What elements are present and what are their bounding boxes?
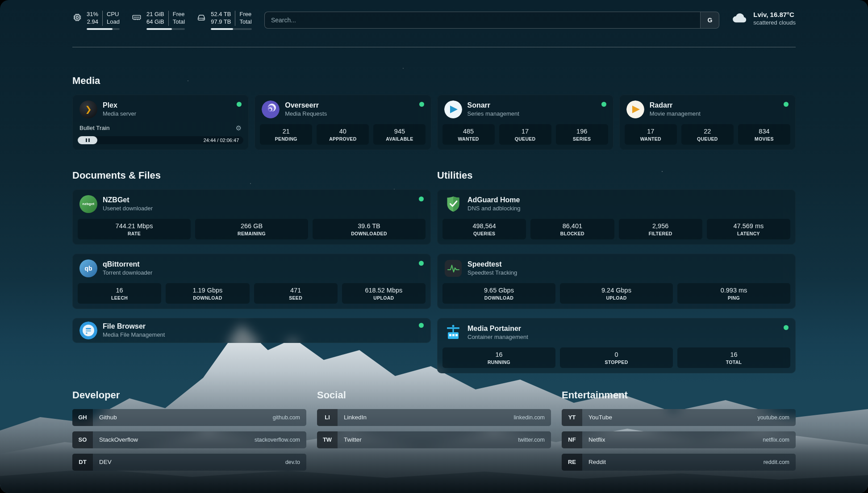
bookmark-stackoverflow[interactable]: SO StackOverflow stackoverflow.com bbox=[72, 431, 306, 448]
memory-free-value: 21 GiB bbox=[146, 11, 164, 18]
bookmark-dev[interactable]: DT DEV dev.to bbox=[72, 454, 306, 471]
status-indicator bbox=[419, 196, 424, 201]
cpu-usage-value: 31% bbox=[87, 11, 98, 18]
memory-progress-fill bbox=[146, 28, 172, 30]
service-name: qBittorrent bbox=[103, 260, 152, 268]
system-stats: 31% 2.94 CPU Load bbox=[72, 11, 252, 30]
search-provider-button[interactable]: G bbox=[700, 12, 719, 28]
radarr-stat-wanted: 17 WANTED bbox=[625, 124, 677, 145]
disk-progress-bar bbox=[211, 28, 252, 30]
bookmark-name: DEV bbox=[93, 459, 112, 465]
radarr-stat-movies: 834 MOVIES bbox=[738, 124, 790, 145]
sonarr-stat-queued: 17 QUEUED bbox=[499, 124, 551, 145]
bookmark-domain: reddit.com bbox=[764, 459, 796, 465]
service-card-sonarr[interactable]: Sonarr Series management 485 WANTED 17 Q… bbox=[437, 95, 613, 150]
pause-button[interactable] bbox=[78, 136, 97, 144]
status-indicator bbox=[419, 323, 424, 328]
bookmark-group-developer: Developer GH Github github.com SO StackO… bbox=[72, 389, 306, 476]
bookmark-name: StackOverflow bbox=[93, 436, 138, 443]
bookmark-twitter[interactable]: TW Twitter twitter.com bbox=[317, 431, 551, 448]
bookmark-reddit[interactable]: RE Reddit reddit.com bbox=[562, 454, 796, 471]
topbar: 31% 2.94 CPU Load bbox=[72, 0, 796, 30]
bookmark-name: Reddit bbox=[582, 459, 606, 465]
service-card-radarr[interactable]: Radarr Movie management 17 WANTED 22 QUE… bbox=[619, 95, 796, 150]
bookmark-abbr: LI bbox=[317, 409, 338, 426]
overseerr-stat-approved: 40 APPROVED bbox=[317, 124, 369, 145]
service-card-portainer[interactable]: Media Portainer Container management 16 … bbox=[437, 318, 796, 373]
service-card-plex[interactable]: ❯ Plex Media server Bullet Train ⚙ 24:44 bbox=[72, 95, 249, 150]
memory-progress-bar bbox=[146, 28, 185, 30]
service-card-speedtest[interactable]: Speedtest Speedtest Tracking 9.65 Gbps D… bbox=[437, 254, 796, 309]
gear-icon[interactable]: ⚙ bbox=[236, 124, 242, 132]
service-subtitle: Media server bbox=[103, 110, 136, 117]
sonarr-stat-series: 196 SERIES bbox=[556, 124, 608, 145]
status-indicator bbox=[601, 102, 606, 107]
service-card-qbittorrent[interactable]: qb qBittorrent Torrent downloader 16 LEE… bbox=[72, 254, 431, 309]
adguard-stat-latency: 47.569 ms LATENCY bbox=[707, 219, 790, 239]
bookmark-domain: twitter.com bbox=[518, 437, 551, 443]
media-section-title: Media bbox=[72, 75, 796, 87]
bookmark-abbr: GH bbox=[72, 409, 93, 426]
search-input[interactable] bbox=[265, 12, 700, 28]
adguard-stat-filtered: 2,956 FILTERED bbox=[619, 219, 702, 239]
service-subtitle: Speedtest Tracking bbox=[467, 269, 517, 276]
plex-icon: ❯ bbox=[79, 100, 97, 118]
bookmark-domain: youtube.com bbox=[757, 414, 796, 421]
social-section-title: Social bbox=[317, 389, 551, 401]
adguard-stat-blocked: 86,401 BLOCKED bbox=[530, 219, 614, 239]
bookmark-name: YouTube bbox=[582, 414, 612, 421]
bookmark-netflix[interactable]: NF Netflix netflix.com bbox=[562, 431, 796, 448]
cpu-label: CPU bbox=[107, 11, 120, 18]
weather-widget: Lviv, 16.87°C scattered clouds bbox=[732, 11, 796, 26]
status-indicator bbox=[419, 261, 424, 266]
qbittorrent-stat-upload: 618.52 Mbps UPLOAD bbox=[342, 283, 426, 304]
bookmark-name: Github bbox=[93, 414, 117, 421]
disk-icon bbox=[196, 13, 206, 30]
service-card-filebrowser[interactable]: File Browser Media File Management bbox=[72, 318, 431, 343]
service-subtitle: Container management bbox=[467, 334, 528, 340]
qbittorrent-stat-leech: 16 LEECH bbox=[78, 283, 161, 304]
weather-location: Lviv, 16.87°C bbox=[753, 11, 796, 18]
entertainment-section-title: Entertainment bbox=[562, 389, 796, 401]
section-utilities: Utilities AdGuard Home bbox=[437, 170, 796, 373]
playback-time: 24:44 / 02:06:47 bbox=[204, 138, 239, 143]
bookmark-group-entertainment: Entertainment YT YouTube youtube.com NF … bbox=[562, 389, 796, 476]
adguard-icon bbox=[444, 195, 462, 213]
service-subtitle: Media Requests bbox=[285, 110, 327, 117]
memory-total-value: 64 GiB bbox=[146, 18, 164, 26]
memory-free-label: Free bbox=[173, 11, 185, 18]
portainer-stat-total: 16 TOTAL bbox=[677, 347, 790, 368]
bookmark-domain: linkedin.com bbox=[514, 414, 551, 421]
sonarr-stat-wanted: 485 WANTED bbox=[442, 124, 495, 145]
service-card-adguard[interactable]: AdGuard Home DNS and adblocking 498,564 … bbox=[437, 189, 796, 245]
service-name: File Browser bbox=[103, 322, 165, 330]
service-card-overseerr[interactable]: Overseerr Media Requests 21 PENDING 40 A… bbox=[255, 95, 431, 150]
bookmark-linkedin[interactable]: LI LinkedIn linkedin.com bbox=[317, 409, 551, 426]
dashboard-window: 31% 2.94 CPU Load bbox=[0, 0, 868, 493]
now-playing-title: Bullet Train bbox=[79, 125, 110, 131]
playback-progress-bar[interactable]: 24:44 / 02:06:47 bbox=[78, 136, 243, 144]
service-name: Speedtest bbox=[467, 260, 517, 268]
bookmark-abbr: DT bbox=[72, 454, 93, 471]
portainer-stat-stopped: 0 STOPPED bbox=[560, 347, 673, 368]
overseerr-icon bbox=[262, 100, 280, 118]
disk-total-value: 97.9 TB bbox=[211, 18, 231, 26]
nzbget-stat-rate: 744.21 Mbps RATE bbox=[78, 219, 191, 239]
bookmark-youtube[interactable]: YT YouTube youtube.com bbox=[562, 409, 796, 426]
disk-total-label: Total bbox=[239, 18, 251, 26]
documents-section-title: Documents & Files bbox=[72, 170, 431, 181]
service-subtitle: Media File Management bbox=[103, 331, 165, 338]
status-indicator bbox=[784, 102, 789, 107]
service-card-nzbget[interactable]: nzbget NZBGet Usenet downloader 744.21 M… bbox=[72, 189, 431, 245]
speedtest-icon bbox=[444, 259, 462, 277]
weather-condition: scattered clouds bbox=[753, 19, 796, 26]
status-indicator bbox=[237, 102, 242, 107]
snow-specks bbox=[0, 0, 1, 1]
nzbget-icon: nzbget bbox=[79, 195, 97, 213]
bookmark-abbr: YT bbox=[562, 409, 582, 426]
speedtest-stat-download: 9.65 Gbps DOWNLOAD bbox=[442, 283, 555, 304]
section-media: Media ❯ Plex Media server Bullet Train bbox=[72, 75, 796, 150]
status-indicator bbox=[784, 325, 789, 330]
bookmark-domain: dev.to bbox=[285, 459, 306, 465]
bookmark-github[interactable]: GH Github github.com bbox=[72, 409, 306, 426]
